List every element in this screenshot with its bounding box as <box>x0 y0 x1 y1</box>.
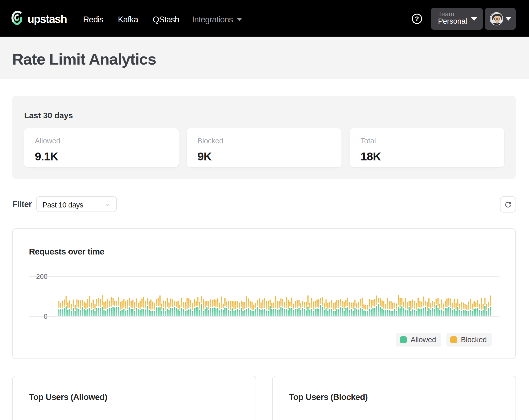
bar-allowed <box>125 310 126 316</box>
bar-blocked <box>255 303 256 308</box>
nav-link-kafka[interactable]: Kafka <box>118 14 138 25</box>
bar-blocked <box>62 301 63 308</box>
bar-blocked <box>95 304 96 310</box>
nav-link-qstash[interactable]: QStash <box>153 14 179 25</box>
bar-allowed <box>466 311 468 316</box>
bar-blocked <box>354 299 356 307</box>
bar-allowed <box>246 309 247 316</box>
bar-blocked <box>372 300 374 307</box>
bar-blocked <box>138 303 139 308</box>
bar-allowed <box>356 309 357 316</box>
help-button[interactable]: ? <box>411 13 423 24</box>
nav-menu-integrations[interactable]: Integrations <box>192 14 242 25</box>
bar-blocked <box>423 296 424 306</box>
bar-allowed <box>291 308 292 316</box>
bar-allowed <box>387 310 388 316</box>
top-users-blocked-card: Top Users (Blocked) <box>272 376 516 420</box>
bar-blocked <box>102 295 103 306</box>
bar-allowed <box>271 309 273 316</box>
bar-blocked <box>459 304 460 309</box>
bar-blocked <box>360 299 361 307</box>
bar-allowed <box>176 308 177 316</box>
user-menu-button[interactable] <box>485 8 516 30</box>
bar-allowed <box>304 309 305 316</box>
bar-allowed <box>417 308 419 316</box>
bar-allowed <box>459 310 460 316</box>
upstash-logo-icon[interactable] <box>11 10 23 26</box>
bar-blocked <box>374 299 376 307</box>
bar-allowed <box>98 308 99 316</box>
bar-blocked <box>457 299 459 306</box>
bar-blocked <box>347 298 348 306</box>
bar-blocked <box>450 298 451 307</box>
bar-allowed <box>150 311 152 316</box>
bar-allowed <box>73 308 74 316</box>
bar-blocked <box>345 300 347 307</box>
bar-allowed <box>273 309 274 316</box>
bar-blocked <box>168 302 170 309</box>
team-switcher-button[interactable]: Team Personal <box>431 8 483 30</box>
nav-link-redis[interactable]: Redis <box>83 14 103 25</box>
bar-allowed <box>158 307 159 316</box>
bar-blocked <box>365 305 366 310</box>
bar-allowed <box>226 308 227 316</box>
page-header: Rate Limit Analytics <box>0 37 529 79</box>
bar-allowed <box>376 306 377 316</box>
bar-allowed <box>219 310 220 316</box>
bar-blocked <box>464 304 466 309</box>
bar-blocked <box>322 297 323 306</box>
bar-blocked <box>131 301 132 308</box>
bar-allowed <box>329 309 330 316</box>
bar-allowed <box>280 307 282 316</box>
bar-blocked <box>203 299 204 310</box>
bar-allowed <box>179 311 181 316</box>
bar-blocked <box>167 298 168 307</box>
stat-value: 9.1K <box>35 149 58 164</box>
refresh-button[interactable] <box>500 196 516 213</box>
bar-allowed <box>80 310 81 316</box>
bar-allowed <box>284 309 285 316</box>
bar-blocked <box>195 301 197 306</box>
bar-allowed <box>412 309 413 316</box>
legend-item-blocked[interactable]: Blocked <box>446 333 492 347</box>
bar-blocked <box>479 304 480 309</box>
bar-allowed <box>118 307 119 316</box>
bar-allowed <box>345 308 347 316</box>
brand-wordmark[interactable]: upstash <box>27 13 67 25</box>
bar-blocked <box>270 299 271 305</box>
bar-blocked <box>85 303 87 309</box>
summary-panel: Last 30 days Allowed 9.1K Blocked 9K Tot… <box>12 96 516 179</box>
bar-allowed <box>78 309 80 316</box>
bar-blocked <box>230 301 231 310</box>
filter-range-select[interactable]: Past 10 days <box>36 196 117 212</box>
chevron-down-icon <box>471 17 477 21</box>
bar-blocked <box>483 304 484 309</box>
bar-blocked <box>477 300 478 307</box>
legend-item-allowed[interactable]: Allowed <box>396 333 441 347</box>
bar-blocked <box>226 302 227 307</box>
bar-allowed <box>123 309 125 316</box>
bar-blocked <box>228 301 229 309</box>
bar-allowed <box>432 308 433 316</box>
bar-blocked <box>192 303 193 310</box>
bar-blocked <box>246 296 247 308</box>
bar-blocked <box>118 297 119 306</box>
bar-blocked <box>172 299 173 307</box>
bar-blocked <box>338 300 339 308</box>
bar-blocked <box>419 301 421 308</box>
bar-allowed <box>309 310 310 316</box>
bar-blocked <box>250 301 251 308</box>
y-axis-tick-label: 0 <box>44 313 48 320</box>
bar-blocked <box>295 301 296 308</box>
bar-allowed <box>95 311 96 316</box>
bar-blocked <box>214 299 215 306</box>
bar-allowed <box>454 309 455 316</box>
bar-blocked <box>100 299 101 307</box>
bar-blocked <box>158 298 159 306</box>
bar-allowed <box>266 310 267 316</box>
bar-allowed <box>87 309 88 316</box>
bar-allowed <box>102 307 103 316</box>
bar-allowed <box>488 308 489 316</box>
bar-allowed <box>199 310 200 316</box>
bar-allowed <box>67 310 69 316</box>
